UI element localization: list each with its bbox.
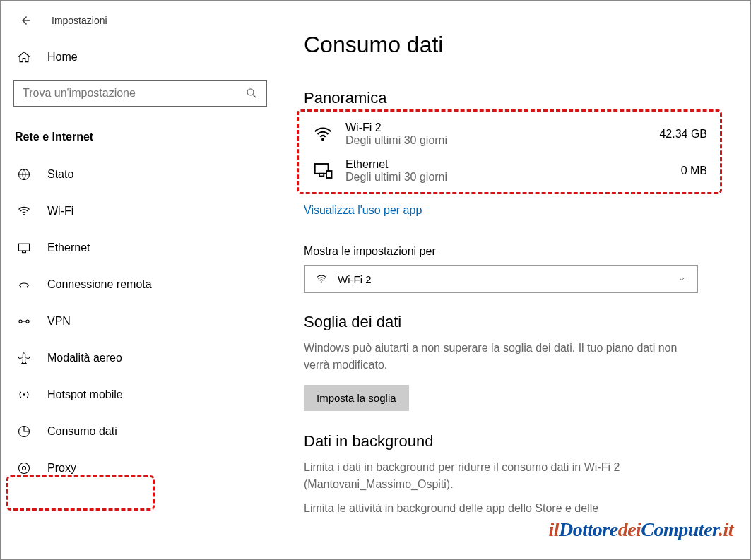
app-title: Impostazioni bbox=[52, 15, 107, 26]
search-input[interactable] bbox=[23, 87, 258, 100]
svg-point-0 bbox=[247, 89, 254, 95]
show-for-label: Mostra le impostazioni per bbox=[304, 245, 722, 258]
svg-point-13 bbox=[19, 463, 30, 474]
nav-label: Modalità aereo bbox=[47, 352, 122, 364]
nav-label: Connessione remota bbox=[47, 278, 152, 291]
search-box[interactable] bbox=[13, 80, 267, 107]
svg-point-9 bbox=[26, 320, 29, 323]
proxy-icon bbox=[16, 461, 32, 475]
hotspot-icon bbox=[16, 388, 32, 402]
nav-label: Proxy bbox=[47, 462, 76, 475]
view-per-app-link[interactable]: Visualizza l'uso per app bbox=[304, 194, 722, 220]
back-button[interactable] bbox=[15, 9, 37, 32]
svg-point-19 bbox=[321, 282, 322, 283]
nav-label: Hotspot mobile bbox=[47, 388, 123, 401]
svg-point-3 bbox=[23, 214, 25, 215]
nav-item-vpn[interactable]: VPN bbox=[1, 303, 280, 340]
search-icon bbox=[245, 87, 258, 100]
svg-point-6 bbox=[20, 286, 22, 288]
svg-point-11 bbox=[23, 393, 25, 395]
svg-rect-17 bbox=[319, 174, 324, 177]
home-label: Home bbox=[47, 51, 78, 64]
dropdown-value: Wi-Fi 2 bbox=[338, 273, 372, 285]
svg-rect-5 bbox=[23, 251, 26, 253]
svg-point-14 bbox=[23, 467, 26, 470]
chevron-down-icon bbox=[677, 274, 687, 284]
overview-item-wifi[interactable]: Wi-Fi 2 Degli ultimi 30 giorni 42.34 GB bbox=[307, 116, 707, 153]
background-desc1: Limita i dati in background per ridurre … bbox=[304, 459, 699, 493]
nav-item-stato[interactable]: Stato bbox=[1, 156, 280, 193]
wifi-icon bbox=[16, 204, 32, 218]
svg-line-1 bbox=[253, 95, 256, 97]
nav-label: Wi-Fi bbox=[47, 205, 73, 218]
nav-label: Consumo dati bbox=[47, 425, 117, 438]
svg-rect-4 bbox=[19, 244, 30, 251]
svg-rect-18 bbox=[326, 171, 332, 178]
ethernet-icon bbox=[16, 241, 32, 255]
overview-heading: Panoramica bbox=[304, 89, 722, 107]
overview-item-ethernet[interactable]: Ethernet Degli ultimi 30 giorni 0 MB bbox=[307, 153, 707, 189]
threshold-desc: Windows può aiutarti a non superare la s… bbox=[304, 340, 699, 374]
globe-icon bbox=[16, 167, 32, 181]
ov-value: 0 MB bbox=[681, 165, 707, 177]
nav-item-dialup[interactable]: Connessione remota bbox=[1, 266, 280, 303]
ethernet-icon bbox=[307, 160, 338, 181]
ov-value: 42.34 GB bbox=[659, 128, 707, 141]
nav-item-wifi[interactable]: Wi-Fi bbox=[1, 193, 280, 230]
threshold-heading: Soglia dei dati bbox=[304, 313, 722, 331]
nav-item-data-usage[interactable]: Consumo dati bbox=[1, 413, 280, 450]
airplane-icon bbox=[16, 351, 32, 365]
overview-highlight: Wi-Fi 2 Degli ultimi 30 giorni 42.34 GB … bbox=[297, 109, 722, 194]
ov-name: Wi-Fi 2 bbox=[345, 121, 659, 134]
vpn-icon bbox=[16, 314, 32, 328]
svg-point-7 bbox=[27, 286, 29, 288]
svg-point-8 bbox=[19, 320, 22, 323]
home-icon bbox=[16, 50, 32, 64]
nav-label: VPN bbox=[47, 315, 71, 328]
svg-point-15 bbox=[321, 138, 324, 141]
dialup-icon bbox=[16, 278, 32, 292]
nav-label: Ethernet bbox=[47, 242, 90, 254]
ov-sub: Degli ultimi 30 giorni bbox=[345, 134, 659, 147]
page-title: Consumo dati bbox=[304, 32, 722, 58]
show-for-dropdown[interactable]: Wi-Fi 2 bbox=[304, 265, 698, 293]
ov-name: Ethernet bbox=[345, 158, 681, 171]
nav-item-ethernet[interactable]: Ethernet bbox=[1, 230, 280, 266]
watermark: ilDottoredeiComputer.it bbox=[548, 518, 733, 541]
background-heading: Dati in background bbox=[304, 432, 722, 451]
background-desc2: Limita le attività in background delle a… bbox=[304, 500, 699, 517]
nav-label: Stato bbox=[47, 168, 73, 181]
wifi-icon bbox=[307, 124, 338, 145]
category-heading: Rete e Internet bbox=[1, 111, 280, 156]
home-nav[interactable]: Home bbox=[1, 42, 280, 73]
ov-sub: Degli ultimi 30 giorni bbox=[345, 171, 681, 184]
nav-item-airplane[interactable]: Modalità aereo bbox=[1, 340, 280, 376]
nav-item-proxy[interactable]: Proxy bbox=[1, 450, 280, 487]
nav-item-hotspot[interactable]: Hotspot mobile bbox=[1, 376, 280, 413]
set-threshold-button[interactable]: Imposta la soglia bbox=[304, 385, 409, 411]
wifi-icon bbox=[315, 273, 328, 285]
data-usage-icon bbox=[16, 424, 32, 439]
